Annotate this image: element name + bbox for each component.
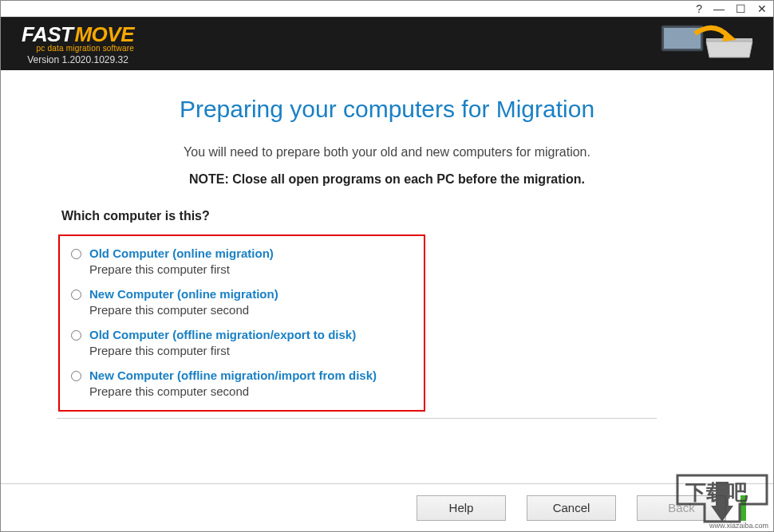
radio-new-offline[interactable]: [71, 371, 81, 381]
option-new-offline[interactable]: New Computer (offline migration/import f…: [71, 368, 409, 399]
option-old-online[interactable]: Old Computer (online migration) Prepare …: [71, 246, 409, 277]
radio-new-online[interactable]: [71, 290, 81, 300]
help-button[interactable]: Help: [417, 495, 506, 521]
option-label: Old Computer (online migration): [89, 246, 274, 262]
option-label: New Computer (online migration): [89, 286, 278, 302]
app-header: FASTMOVE pc data migration software Vers…: [1, 17, 773, 70]
maximize-icon[interactable]: ☐: [736, 3, 746, 14]
radio-old-online[interactable]: [71, 249, 81, 259]
next-button-edge[interactable]: [740, 495, 746, 521]
option-desc: Prepare this computer first: [89, 343, 356, 359]
intro-text: You will need to prepare both your old a…: [57, 145, 717, 160]
migration-illustration-icon: [660, 22, 756, 66]
logo-tagline: pc data migration software: [22, 44, 134, 53]
minimize-icon[interactable]: —: [713, 3, 725, 14]
question-label: Which computer is this?: [61, 209, 717, 223]
option-desc: Prepare this computer second: [89, 302, 278, 318]
option-old-offline[interactable]: Old Computer (offline migration/export t…: [71, 327, 409, 358]
watermark-url: www.xiazaiba.com: [709, 522, 768, 530]
logo-block: FASTMOVE pc data migration software Vers…: [22, 22, 134, 65]
option-label: New Computer (offline migration/import f…: [89, 368, 377, 384]
option-desc: Prepare this computer first: [89, 262, 274, 278]
radio-old-offline[interactable]: [71, 330, 81, 341]
titlebar: ? — ☐ ✕: [1, 1, 773, 17]
back-button[interactable]: Back: [637, 495, 726, 521]
help-icon[interactable]: ?: [696, 3, 702, 14]
note-text: NOTE: Close all open programs on each PC…: [57, 172, 717, 187]
page-title: Preparing your computers for Migration: [57, 96, 717, 123]
svg-marker-3: [706, 41, 752, 57]
options-highlight-box: Old Computer (online migration) Prepare …: [58, 234, 425, 412]
footer-bar: Help Cancel Back: [1, 483, 773, 531]
close-icon[interactable]: ✕: [757, 3, 767, 14]
version-label: Version 1.2020.1029.32: [22, 54, 134, 65]
option-desc: Prepare this computer second: [89, 384, 377, 400]
cancel-button[interactable]: Cancel: [527, 495, 616, 521]
content-divider: [57, 418, 657, 419]
main-content: Preparing your computers for Migration Y…: [1, 70, 773, 419]
option-new-online[interactable]: New Computer (online migration) Prepare …: [71, 286, 409, 317]
option-label: Old Computer (offline migration/export t…: [89, 327, 356, 343]
